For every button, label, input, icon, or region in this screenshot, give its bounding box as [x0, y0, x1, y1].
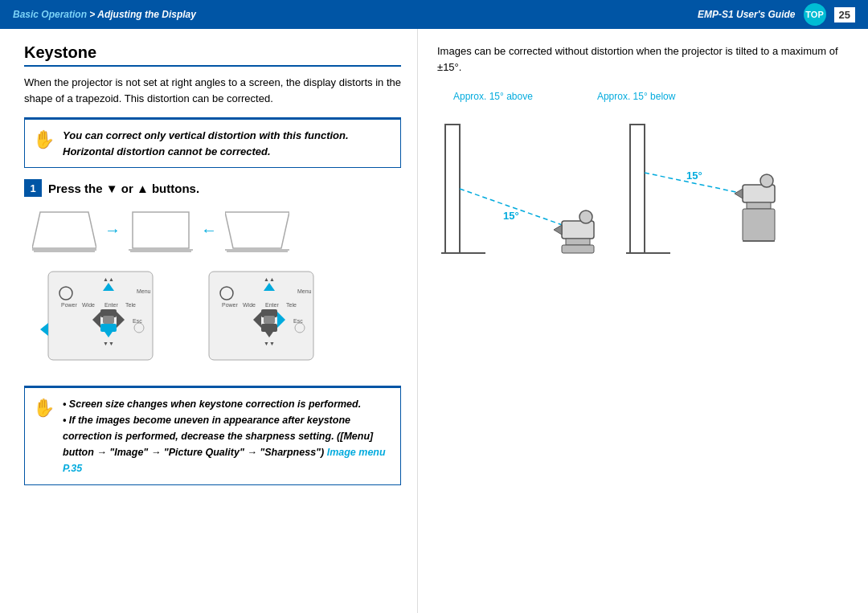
- label-below: Approx. 15° below: [597, 91, 676, 102]
- page-number: 25: [834, 7, 855, 22]
- guide-title: EMP-S1 User's Guide: [698, 9, 796, 20]
- trapezoid-distorted: [32, 208, 96, 252]
- svg-text:▼▼: ▼▼: [264, 341, 275, 346]
- page-header: Basic Operation > Adjusting the Display …: [0, 0, 868, 29]
- note-text-2: • Screen size changes when keystone corr…: [63, 396, 391, 476]
- svg-line-48: [460, 189, 574, 229]
- step-btn-up: ▲: [137, 182, 152, 195]
- svg-marker-6: [225, 212, 289, 248]
- trapezoid-distorted-2: [225, 208, 289, 252]
- bullet-1: • Screen size changes when keystone corr…: [63, 398, 361, 410]
- left-column: Keystone When the projector is not set a…: [0, 29, 418, 613]
- svg-marker-60: [735, 189, 743, 198]
- step-btn-down: ▼: [106, 182, 121, 195]
- rect-corrected: [129, 208, 193, 252]
- step-suffix: buttons.: [152, 182, 199, 195]
- section-title: Keystone: [24, 43, 401, 67]
- remote-2: Power Wide Enter Tele Menu ▲▲ Esc ▼▼: [193, 265, 330, 378]
- arrow-right-1: →: [104, 221, 121, 239]
- svg-text:Power: Power: [222, 302, 239, 308]
- trapezoid-diagrams: → ←: [24, 208, 401, 252]
- svg-text:15°: 15°: [503, 210, 519, 222]
- breadcrumb-basic: Basic Operation: [13, 9, 87, 20]
- note-box-1: ✋ You can correct only vertical distorti…: [24, 117, 401, 168]
- svg-marker-51: [554, 225, 562, 235]
- note-icon-2: ✋: [33, 398, 55, 476]
- svg-marker-0: [32, 212, 96, 248]
- remotes-area: Power Wide Enter Tele Menu ▲▲: [32, 265, 401, 378]
- step-1-label: 1 Press the ▼ or ▲ buttons.: [24, 179, 401, 197]
- svg-rect-62: [747, 202, 771, 209]
- breadcrumb-separator: >: [87, 9, 97, 20]
- svg-text:Enter: Enter: [265, 302, 279, 308]
- angle-labels: Approx. 15° above Approx. 15° below: [437, 91, 852, 102]
- svg-marker-27: [40, 323, 48, 336]
- svg-point-52: [579, 210, 592, 223]
- step-press: Press the: [48, 182, 103, 195]
- diagram-above: 15°: [437, 108, 606, 285]
- diagram-below: 15°: [622, 108, 783, 285]
- svg-rect-54: [562, 245, 594, 253]
- svg-text:Power: Power: [61, 302, 78, 308]
- svg-text:Wide: Wide: [243, 302, 256, 308]
- svg-text:▲▲: ▲▲: [264, 276, 275, 282]
- svg-text:Enter: Enter: [104, 302, 118, 308]
- breadcrumb: Basic Operation > Adjusting the Display: [13, 9, 196, 20]
- remote-1: Power Wide Enter Tele Menu ▲▲: [32, 265, 169, 378]
- step-or: or: [121, 182, 137, 195]
- label-above: Approx. 15° above: [453, 91, 533, 102]
- right-intro: Images can be corrected without distorti…: [437, 43, 852, 75]
- note-icon-1: ✋: [33, 129, 55, 159]
- svg-rect-53: [566, 239, 590, 245]
- svg-rect-3: [133, 212, 189, 248]
- note-box-2: ✋ • Screen size changes when keystone co…: [24, 386, 401, 485]
- top-badge[interactable]: TOP: [804, 3, 826, 26]
- svg-rect-41: [264, 316, 275, 324]
- svg-rect-59: [743, 185, 775, 202]
- svg-rect-50: [562, 221, 594, 239]
- angle-diagrams: 15° 15°: [437, 108, 852, 285]
- svg-rect-63: [743, 209, 775, 241]
- svg-text:Tele: Tele: [286, 302, 297, 308]
- breadcrumb-section: Adjusting the Display: [97, 9, 196, 20]
- svg-text:▼▼: ▼▼: [103, 341, 114, 346]
- header-right: EMP-S1 User's Guide TOP 25: [698, 3, 855, 26]
- svg-rect-46: [445, 125, 460, 253]
- right-column: Images can be corrected without distorti…: [418, 29, 868, 613]
- svg-text:Wide: Wide: [82, 302, 95, 308]
- svg-text:Menu: Menu: [137, 288, 151, 294]
- svg-text:Tele: Tele: [125, 302, 136, 308]
- svg-rect-55: [630, 125, 645, 253]
- svg-text:▲▲: ▲▲: [103, 276, 114, 282]
- svg-text:15°: 15°: [686, 170, 702, 182]
- step-1-text: Press the ▼ or ▲ buttons.: [48, 182, 199, 195]
- main-content: Keystone When the projector is not set a…: [0, 29, 868, 613]
- note-text-1: You can correct only vertical distortion…: [63, 128, 391, 159]
- svg-rect-22: [103, 316, 114, 324]
- arrow-left-1: ←: [201, 221, 217, 239]
- step-number: 1: [24, 179, 42, 197]
- svg-point-61: [760, 174, 773, 187]
- svg-text:Menu: Menu: [297, 288, 312, 294]
- intro-text: When the projector is not set at right a…: [24, 75, 401, 106]
